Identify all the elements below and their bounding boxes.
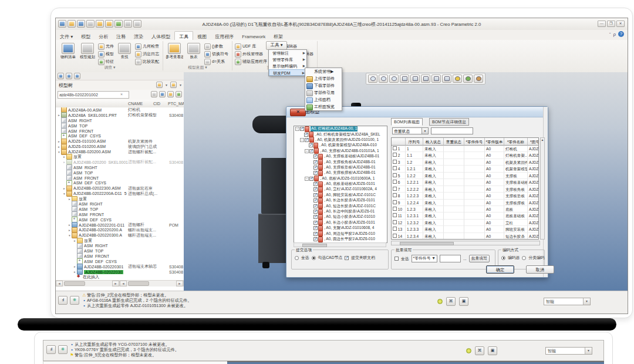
column-cid[interactable]: CID (153, 102, 160, 106)
row-select-cell[interactable]: 4 (392, 166, 406, 172)
regenerate-icon[interactable] (114, 20, 123, 28)
batch-field-dropdown[interactable]: *零件件号 ▼ (412, 255, 437, 262)
selection-filter-dropdown[interactable]: 智能▼ (544, 298, 591, 305)
expander-icon[interactable]: ▸ (62, 160, 66, 164)
saved-orientations-icon[interactable] (442, 75, 451, 83)
header-7[interactable]: *图号 (528, 138, 539, 146)
checkbox-checked-icon[interactable] (300, 127, 304, 131)
expander-icon[interactable]: ▾ (62, 192, 66, 196)
reference-viewer-button[interactable]: 参考查看器 (166, 42, 183, 60)
bom-table-row[interactable]: 91.2.2.4未检入A0支撑板撑板AJDZ4 (392, 200, 538, 206)
header-4[interactable]: *零件件号 (464, 138, 485, 146)
select-box-icon[interactable]: ▣ (488, 346, 497, 355)
collapse-icon[interactable]: − (295, 127, 299, 131)
pdm-menu-item-5[interactable]: 上传图档 (305, 96, 342, 103)
filter-input[interactable] (431, 127, 473, 134)
tree-row[interactable]: AJDZ48A-00.ASM灯检机 (56, 107, 184, 113)
ok-button[interactable]: 确定 (486, 265, 514, 274)
pdm-menu-item-6[interactable]: 工程图预览 (305, 103, 342, 110)
checkbox-checked-icon[interactable] (313, 237, 318, 241)
collapse-ribbon-icon[interactable]: ˆ (609, 32, 611, 37)
checkbox-checked-icon[interactable] (309, 143, 313, 147)
model-events-icon[interactable]: ❋ (70, 296, 79, 305)
search-input[interactable] (58, 91, 129, 99)
tree-row[interactable]: ▸AJDZ6-010100.ASM机架及紧固件 (56, 139, 184, 144)
header-2[interactable]: 检入状态 (423, 138, 444, 146)
menu-item-3[interactable]: 显示物料编码▶ (269, 63, 306, 69)
tree-row[interactable]: ASM_DEF_CSYS (56, 180, 184, 186)
aux-manager-button[interactable]: 外线管理器 (235, 50, 267, 58)
add-column-icon[interactable] (176, 91, 182, 97)
tree-horizontal-scrollbar[interactable] (294, 242, 386, 247)
row-select-cell[interactable]: 5 (392, 173, 406, 179)
redo-icon[interactable] (105, 20, 113, 28)
bom-tree-row[interactable]: , A0, 周边短平胶1\AJDZ6-010 (294, 231, 387, 236)
select-all-checkbox[interactable] (394, 257, 399, 261)
selection-filter-dropdown[interactable]: 智能▼ (545, 347, 592, 355)
bom-tree-row[interactable]: −, A0, 底板\AJDZ6-01010600A, 1 (294, 176, 387, 181)
checkbox-checked-icon[interactable] (313, 215, 318, 219)
header-5[interactable]: *零件版本 (485, 138, 504, 146)
checkbox-checked-icon[interactable] (304, 133, 308, 137)
tree-row[interactable]: ▾AJDZ48B-02022200A-D11_5进瓶螺杆总成(... (56, 191, 184, 196)
bom-table-row[interactable]: 141.2.3.4未检入A0短边长胶条AJDZ6- (392, 233, 538, 240)
bom-tree-row[interactable]: , A0, 支撑板角板\AJDZ48B-01 (294, 159, 387, 164)
bom-table-row[interactable]: 61.2.2.1未检入A0支撑板基础板AJDZ4 (392, 179, 538, 186)
tree-row[interactable]: ASM_RIGHT (56, 165, 184, 170)
bom-tree-row[interactable]: , A0, 立柱\AJDZ-01010602A, 4 (294, 187, 387, 192)
scroll-left-icon[interactable]: ◄ (56, 281, 63, 287)
row-select-cell[interactable]: 14 (392, 233, 406, 240)
tree-row[interactable]: ▸AJDZ48A_SKEL0001.PRT灯检机骨架模型S30408 (56, 113, 184, 118)
checkbox-checked-icon[interactable] (313, 232, 318, 236)
collapse-icon[interactable]: − (305, 177, 309, 181)
expander-icon[interactable]: ▸ (68, 223, 72, 227)
checkbox-checked-icon[interactable] (309, 149, 313, 153)
tree-row[interactable]: ▸AJDZ6-010200.ASM玻璃防护门总成 (56, 144, 184, 149)
checkbox-checked-icon[interactable] (313, 198, 318, 203)
tree-row[interactable]: ▸AJDZ48B-02022300.ASM进瓶拨轮右座 (56, 186, 184, 191)
tree-row[interactable]: ASM_RIGHT (56, 243, 184, 248)
expander-icon[interactable]: ▸ (62, 187, 66, 190)
row-checkbox[interactable] (393, 234, 397, 238)
save-icon[interactable] (77, 20, 85, 28)
scroll-right-icon[interactable]: ► (176, 281, 183, 287)
bom-tree-row[interactable]: −A0, 灯检机\AJDZ48A-00, 1 (294, 126, 387, 132)
bom-tree-row[interactable]: , A0, 短边长胶条\AJDZ-0101C (294, 203, 387, 208)
tree-row[interactable]: ASM_DEF_CSYS (56, 259, 184, 264)
checkbox-submit-docs[interactable] (345, 256, 349, 260)
bom-tree-row[interactable]: , A0, 机架骨架模型\AJDZ48A-010 (294, 143, 387, 148)
perspective-icon[interactable] (431, 75, 441, 83)
annotation-display-icon[interactable] (463, 75, 473, 83)
batch-fill-button[interactable]: 批量填写 (469, 255, 490, 262)
bom-tree-row[interactable]: , A0, 支腿\AJDZ-01010608, 4 (294, 225, 387, 231)
tree-row[interactable]: ASM_TOP (56, 248, 184, 254)
bom-table-row[interactable]: 31.2未检入A0机架及紧固件AJDZ6- (392, 159, 538, 166)
bom-table-row[interactable]: 11未检入A0灯检机AJDZ4 (392, 146, 538, 152)
pdm-menu-item-3[interactable]: 下载零部件 (305, 82, 342, 89)
expander-icon[interactable]: ▸ (62, 155, 66, 159)
expander-icon[interactable]: ▸ (57, 140, 61, 143)
scroll-left-icon[interactable]: ◄ (120, 281, 127, 287)
udf-library-button[interactable]: UDF 库 (235, 43, 267, 50)
dialog-close-button[interactable]: ✕ (290, 109, 306, 116)
checkbox-checked-icon[interactable] (313, 221, 318, 225)
bom-tree-row[interactable]: , A0, 长边中间胶条\AJDZ6-01 (294, 209, 387, 214)
radio-勾选CAD节点[interactable] (312, 256, 316, 260)
tree-row[interactable]: ASM_TOP (56, 123, 184, 129)
row-select-cell[interactable]: 6 (392, 179, 406, 186)
row-checkbox[interactable] (393, 166, 397, 170)
expander-icon[interactable]: ▸ (73, 265, 77, 268)
duplicate-status-dropdown[interactable]: 查重状态▼ (392, 127, 429, 134)
row-checkbox[interactable] (393, 153, 397, 157)
row-checkbox[interactable] (393, 200, 397, 204)
header-1[interactable]: 序列号 (406, 138, 423, 146)
find-icon[interactable]: ⌘ (446, 297, 456, 306)
row-select-cell[interactable]: 8 (392, 193, 406, 199)
bom-tree-row[interactable]: , A0, 支撑板撑板\AJDZ48B-01 (294, 170, 387, 176)
model-tree-scrollbar[interactable]: ◄► ◄► (56, 280, 184, 287)
bom-button[interactable]: 物料清单 (59, 42, 77, 60)
radio-全选[interactable] (295, 256, 299, 260)
expander-icon[interactable]: ▸ (57, 113, 61, 117)
open-file-icon[interactable] (68, 20, 76, 28)
bom-tree-row[interactable]: , A0, 底板基础板\AJDZ6-0101 (294, 181, 387, 187)
